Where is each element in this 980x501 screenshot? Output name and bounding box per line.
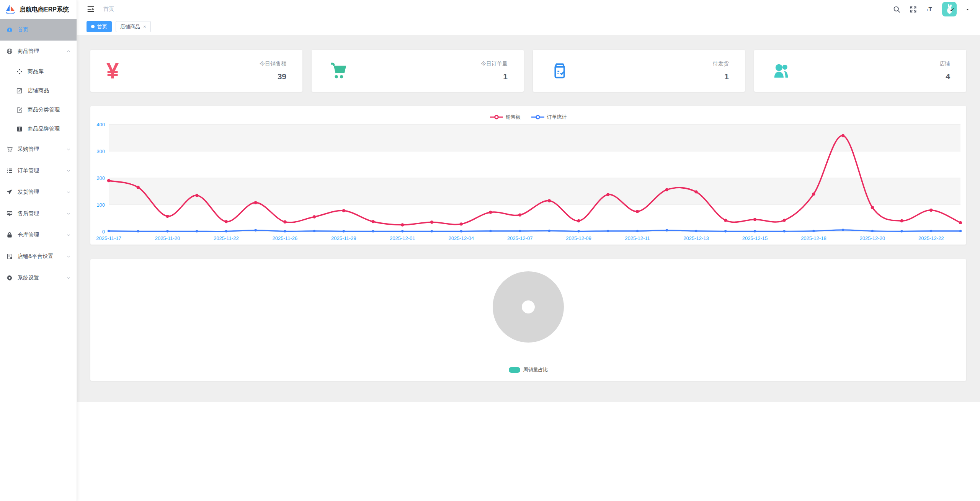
sidebar-item-label: 采购管理 xyxy=(18,146,39,153)
svg-text:T: T xyxy=(928,6,932,12)
send-icon xyxy=(6,189,13,196)
sidebar-item-home[interactable]: 首页 xyxy=(0,19,77,41)
stat-card-label: 今日销售额 xyxy=(260,60,286,67)
sidebar-item-label: 订单管理 xyxy=(18,167,39,174)
list-icon xyxy=(6,167,13,174)
sidebar-item-aftersales[interactable]: 售后管理 xyxy=(0,203,77,224)
sidebar-item-product-brands[interactable]: 商品品牌管理 xyxy=(0,119,77,139)
document-gear-icon xyxy=(6,253,13,260)
active-dot xyxy=(91,25,95,28)
sidebar-item-label: 商品品牌管理 xyxy=(28,126,60,132)
svg-text:300: 300 xyxy=(96,149,105,154)
tags-bar: 首页店铺商品× xyxy=(77,18,980,35)
svg-text:2025-11-22: 2025-11-22 xyxy=(214,235,239,241)
svg-text:2025-11-29: 2025-11-29 xyxy=(331,235,356,241)
chevron-down-icon xyxy=(66,147,71,152)
main-area: 首页 TT 首页店铺商品× ¥今日销售额39今日订单量1待发货1店铺4 销售额订… xyxy=(77,0,980,501)
caret-down-icon[interactable] xyxy=(965,7,970,12)
tag-home[interactable]: 首页 xyxy=(87,21,112,32)
stat-card-value: 1 xyxy=(713,72,729,81)
lock-icon xyxy=(6,232,13,238)
tag-shop-products[interactable]: 店铺商品× xyxy=(116,21,151,32)
donut-legend: 周销量占比 xyxy=(90,366,966,373)
stat-card-shops: 店铺4 xyxy=(754,50,966,92)
sidebar-item-label: 商品管理 xyxy=(18,48,39,55)
dashboard-icon xyxy=(6,26,13,33)
stat-card-value: 1 xyxy=(481,72,508,81)
tag-label: 店铺商品 xyxy=(120,23,140,30)
stat-card-pending-shipment: 待发货1 xyxy=(533,50,745,92)
sidebar-item-label: 商品分类管理 xyxy=(28,106,60,113)
svg-text:2025-12-13: 2025-12-13 xyxy=(683,235,709,241)
package-check-icon xyxy=(549,60,570,82)
sidebar-item-product-categories[interactable]: 商品分类管理 xyxy=(0,100,77,119)
sidebar-item-label: 店铺商品 xyxy=(28,87,49,94)
svg-text:2025-12-07: 2025-12-07 xyxy=(507,235,533,241)
stat-card-value: 39 xyxy=(260,72,286,81)
sidebar-item-label: 首页 xyxy=(18,26,28,33)
sidebar-item-shipping[interactable]: 发货管理 xyxy=(0,181,77,203)
weekly-sales-donut-chart[interactable] xyxy=(90,259,966,359)
topbar: 首页 TT xyxy=(77,0,980,18)
legend-item-销售额[interactable]: 销售额 xyxy=(490,114,521,121)
sidebar-item-system-settings[interactable]: 系统设置 xyxy=(0,267,77,289)
sidebar-item-label: 发货管理 xyxy=(18,189,39,196)
donut-legend-label: 周销量占比 xyxy=(523,366,548,373)
chevron-down-icon xyxy=(66,232,71,238)
sidebar-item-label: 仓库管理 xyxy=(18,232,39,238)
donut-legend-swatch[interactable] xyxy=(509,367,520,373)
sidebar-item-label: 售后管理 xyxy=(18,210,39,217)
globe-icon xyxy=(6,48,13,55)
cart-fill-icon xyxy=(328,60,349,82)
svg-text:0: 0 xyxy=(102,229,105,235)
fullscreen-icon[interactable] xyxy=(909,5,917,13)
sidebar-item-label: 商品库 xyxy=(28,68,44,75)
legend-item-订单统计[interactable]: 订单统计 xyxy=(531,114,567,121)
sidebar-item-label: 店铺&平台设置 xyxy=(18,253,53,260)
compass-icon xyxy=(16,68,23,75)
legend-marker-icon xyxy=(531,115,544,119)
sales-chart-panel: 销售额订单统计 40030020010002025-11-172025-11-2… xyxy=(90,106,966,245)
stat-card-today-sales: ¥今日销售额39 xyxy=(90,50,302,92)
stat-card-label: 今日订单量 xyxy=(481,60,508,67)
svg-text:2025-12-15: 2025-12-15 xyxy=(742,235,768,241)
sidebar: 启航电商ERP系统 首页商品管理商品库店铺商品商品分类管理商品品牌管理采购管理订… xyxy=(0,0,77,501)
sidebar-item-warehouse[interactable]: 仓库管理 xyxy=(0,224,77,246)
breadcrumb[interactable]: 首页 xyxy=(103,6,114,13)
svg-text:200: 200 xyxy=(96,175,105,181)
yen-icon: ¥ xyxy=(106,60,119,82)
stat-cards-row: ¥今日销售额39今日订单量1待发货1店铺4 xyxy=(90,50,966,92)
close-icon[interactable]: × xyxy=(143,24,146,29)
weekly-sales-panel: 周销量占比 xyxy=(90,259,966,381)
logo[interactable]: 启航电商ERP系统 xyxy=(0,0,77,19)
sidebar-item-purchasing[interactable]: 采购管理 xyxy=(0,139,77,160)
svg-text:2025-12-11: 2025-12-11 xyxy=(625,235,650,241)
svg-text:2025-12-04: 2025-12-04 xyxy=(448,235,474,241)
font-size-icon[interactable]: TT xyxy=(926,5,934,13)
sidebar-menu: 首页商品管理商品库店铺商品商品分类管理商品品牌管理采购管理订单管理发货管理售后管… xyxy=(0,19,77,289)
svg-text:2025-12-01: 2025-12-01 xyxy=(390,235,415,241)
svg-text:2025-11-17: 2025-11-17 xyxy=(96,235,121,241)
topbar-actions: TT xyxy=(893,2,970,16)
users-icon xyxy=(770,60,792,82)
svg-text:2025-12-18: 2025-12-18 xyxy=(801,235,826,241)
sidebar-item-orders[interactable]: 订单管理 xyxy=(0,160,77,181)
sidebar-item-label: 系统设置 xyxy=(18,274,39,281)
svg-text:2025-12-20: 2025-12-20 xyxy=(860,235,885,241)
svg-text:2025-12-09: 2025-12-09 xyxy=(566,235,591,241)
sidebar-toggle-icon[interactable] xyxy=(87,5,95,13)
cart-icon xyxy=(6,146,13,153)
sidebar-item-shop-products[interactable]: 店铺商品 xyxy=(0,81,77,100)
sidebar-item-product-library[interactable]: 商品库 xyxy=(0,62,77,81)
sidebar-item-shop-platform-settings[interactable]: 店铺&平台设置 xyxy=(0,246,77,267)
user-avatar[interactable] xyxy=(942,2,957,16)
search-icon[interactable] xyxy=(893,5,901,13)
legend-marker-icon xyxy=(490,115,503,119)
sales-orders-line-chart[interactable]: 40030020010002025-11-172025-11-202025-11… xyxy=(90,122,966,244)
sidebar-item-products[interactable]: 商品管理 xyxy=(0,41,77,62)
logo-sailboat-icon xyxy=(5,4,16,15)
stat-card-label: 店铺 xyxy=(939,60,950,67)
chevron-down-icon xyxy=(66,168,71,173)
svg-text:2025-11-20: 2025-11-20 xyxy=(155,235,180,241)
app-title: 启航电商ERP系统 xyxy=(20,6,69,14)
